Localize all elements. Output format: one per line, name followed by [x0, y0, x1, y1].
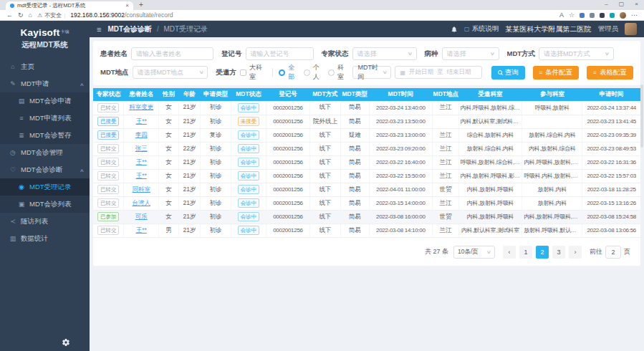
table-config-button[interactable]: ≡表格配置: [587, 66, 633, 80]
extension-icon[interactable]: [610, 13, 615, 18]
column-header[interactable]: 患者姓名: [124, 88, 159, 101]
sidebar-item[interactable]: ◉MDT受理记录: [0, 178, 90, 196]
cell-expert: 已转交: [93, 169, 124, 183]
column-header[interactable]: 申请类型: [201, 88, 231, 101]
user-role: 管理员: [598, 24, 619, 34]
patient-name-link[interactable]: 王**: [136, 226, 147, 234]
browser-menu-icon[interactable]: ⋯: [631, 11, 638, 19]
sidebar-item[interactable]: ⌂主页: [0, 58, 90, 75]
window-close-button[interactable]: ×: [635, 1, 638, 7]
column-header[interactable]: MDT方式: [310, 88, 341, 101]
page-button-3[interactable]: 3: [552, 246, 565, 259]
dept-checkbox-label: 大科室: [249, 63, 267, 82]
bell-icon[interactable]: [451, 26, 458, 33]
cell-visit: 初诊: [201, 115, 231, 128]
window-restore-button[interactable]: ▢: [619, 1, 625, 7]
extension-icon[interactable]: [600, 13, 605, 18]
patient-name-input[interactable]: 请输入患者姓名: [131, 47, 213, 60]
patient-name-link[interactable]: 王**: [136, 172, 147, 179]
cell-mode: 线下: [310, 155, 341, 169]
sidebar-item[interactable]: ✎MDT申请∧: [0, 75, 90, 92]
settings-gear-icon[interactable]: [62, 338, 70, 347]
patient-name-link[interactable]: 张三: [135, 145, 148, 152]
cell-time: 2022-03-23 13:00:00: [369, 128, 433, 142]
extension-icon[interactable]: [590, 13, 595, 18]
home-icon[interactable]: ⌂: [29, 11, 32, 19]
read-aloud-icon[interactable]: A: [559, 11, 564, 19]
window-minimize-button[interactable]: –: [605, 1, 607, 7]
scrollbar-thumb[interactable]: [640, 85, 643, 148]
page-button-2[interactable]: 2: [536, 246, 549, 259]
expert-status-select[interactable]: 请选择∨: [352, 47, 417, 60]
sidebar-item-label: 数据统计: [21, 234, 48, 244]
dept-checkbox[interactable]: [240, 69, 246, 76]
cell-joined: 放射科,呼吸科,默认科室,测...: [522, 223, 582, 237]
cell-visit: 复诊: [201, 128, 231, 142]
radio-personal[interactable]: [304, 69, 310, 76]
system-doc-link[interactable]: ▢ 系统说明: [464, 24, 499, 34]
register-no-input[interactable]: 请输入登记号: [246, 47, 314, 60]
back-icon[interactable]: ←: [6, 11, 13, 19]
patient-name-link[interactable]: 同科室: [132, 186, 150, 193]
expert-status-badge: 已转交: [97, 171, 120, 181]
prev-page-button[interactable]: ‹: [503, 246, 516, 259]
column-header[interactable]: MDT状态: [231, 88, 266, 101]
column-header[interactable]: MDT时间: [369, 88, 433, 101]
column-header[interactable]: 登记号: [266, 88, 309, 101]
refresh-icon[interactable]: ↻: [18, 11, 24, 19]
patient-name-link[interactable]: 可乐: [135, 213, 148, 220]
sidebar-item[interactable]: ≡MDT申请列表: [0, 110, 90, 127]
column-header[interactable]: 年龄: [178, 88, 201, 101]
sidebar-item[interactable]: ▣MDT会诊列表: [0, 196, 90, 213]
next-page-button[interactable]: ›: [569, 246, 582, 259]
column-header[interactable]: MDT地点: [433, 88, 459, 101]
column-header[interactable]: 性别: [159, 88, 179, 101]
sidebar-item[interactable]: ≣MDT会诊暂存: [0, 127, 90, 144]
patient-name-link[interactable]: 王**: [136, 158, 147, 165]
browser-profile-avatar[interactable]: [620, 12, 626, 19]
time-field-select[interactable]: MDT时间∨: [352, 66, 391, 79]
goto-page-input[interactable]: 2: [605, 246, 621, 259]
favorites-star-icon[interactable]: ☆: [569, 11, 575, 19]
patient-name-link[interactable]: 李四: [135, 131, 148, 138]
column-header[interactable]: 专家状态: [93, 88, 124, 101]
divider: [272, 68, 273, 77]
column-header[interactable]: 申请时间: [582, 88, 640, 101]
browser-tab[interactable]: mdt受理记录 - 远程MDT系统 ×: [6, 1, 133, 10]
table-row: 已转交王**男21岁初诊会诊中0002001256线下简易2022-03-08 …: [93, 223, 640, 237]
sidebar-item[interactable]: ▥数据统计: [0, 230, 90, 247]
condition-config-button[interactable]: ≡条件配置: [533, 66, 580, 80]
sidebar-item[interactable]: ≺随访列表: [0, 213, 90, 230]
security-chip[interactable]: ⚠ 不安全 |: [37, 11, 65, 19]
patient-name-link[interactable]: 台湾人: [132, 199, 150, 206]
collapse-menu-icon[interactable]: ≡: [97, 25, 101, 34]
disease-select[interactable]: 请选择∨: [442, 47, 499, 60]
new-tab-button[interactable]: +: [139, 1, 143, 10]
mdt-place-select[interactable]: 请选择MDT地点∨: [133, 66, 208, 79]
column-header[interactable]: 受邀科室: [458, 88, 522, 101]
column-header[interactable]: 参与科室: [522, 88, 582, 101]
sidebar-item[interactable]: ◷MDT会诊管理: [0, 144, 90, 161]
cell-patient: 张三: [124, 142, 159, 155]
mdt-mode-select[interactable]: 请选择MDT方式∨: [539, 47, 614, 60]
mdt-status-badge: 会诊中: [238, 158, 260, 168]
page-size-select[interactable]: 10条/页∨: [453, 246, 495, 259]
date-range-picker[interactable]: ▦ 开始日期 至 结束日期: [395, 66, 481, 79]
radio-dept[interactable]: [328, 69, 335, 76]
url-field[interactable]: 192.168.0.156:9002/consultate/record: [70, 11, 554, 19]
cell-patient: 同科室: [124, 183, 159, 196]
list-icon: ≡: [18, 115, 25, 122]
column-header[interactable]: MDT类型: [340, 88, 369, 101]
cell-expert: 已转交: [93, 155, 124, 169]
extension-icon[interactable]: [580, 13, 585, 18]
mdt-status-badge: 会诊中: [238, 226, 260, 236]
search-button[interactable]: 查询: [491, 66, 525, 80]
sidebar-item[interactable]: ▤MDT会诊申请: [0, 92, 90, 110]
patient-name-link[interactable]: 科室变更: [129, 103, 153, 110]
radio-all[interactable]: [279, 69, 285, 76]
user-avatar[interactable]: [625, 23, 637, 35]
sidebar-item[interactable]: ♡MDT会诊诊断∧: [0, 161, 90, 178]
patient-name-link[interactable]: 王**: [136, 117, 147, 125]
tab-close-icon[interactable]: ×: [125, 3, 129, 9]
page-button-1[interactable]: 1: [519, 246, 532, 259]
